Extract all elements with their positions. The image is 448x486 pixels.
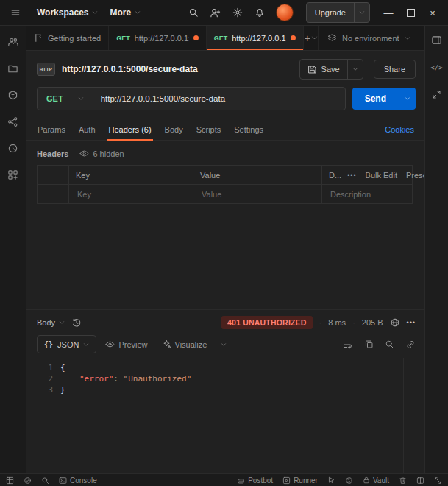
sparkle-icon	[162, 339, 171, 349]
chevron-down-icon	[83, 342, 89, 348]
tab-scripts[interactable]: Scripts	[190, 119, 228, 140]
window-close-button[interactable]: ×	[423, 3, 442, 22]
send-button-group: Send	[352, 88, 416, 110]
trash-icon[interactable]	[399, 476, 407, 485]
globe-icon[interactable]	[390, 317, 400, 328]
upgrade-button[interactable]: Upgrade	[306, 2, 370, 23]
visualize-button[interactable]: Visualize	[157, 337, 213, 351]
robot-icon	[237, 476, 245, 485]
grid-panel-icon[interactable]	[6, 476, 14, 485]
tab-label: Scripts	[196, 125, 221, 134]
people-icon[interactable]	[7, 36, 19, 48]
window-maximize-button[interactable]	[401, 3, 420, 22]
visualize-label: Visualize	[175, 340, 207, 349]
method-selector[interactable]: GET	[38, 88, 93, 110]
save-button-group: Save	[299, 59, 363, 80]
hidden-headers-toggle[interactable]: 6 hidden	[76, 147, 127, 160]
response-more-options-icon[interactable]: •••	[407, 319, 416, 326]
apis-cube-icon[interactable]	[7, 90, 18, 101]
link-icon[interactable]	[405, 339, 416, 350]
tab-request-2-active[interactable]: GET http://127.0.0.1:50	[207, 26, 305, 50]
request-header: HTTP http://127.0.0.1:5000/secure-data S…	[26, 51, 424, 84]
vault-button[interactable]: Vault	[363, 476, 389, 485]
history-clock-icon[interactable]	[7, 143, 18, 154]
more-menu[interactable]: More	[110, 7, 141, 18]
tab-settings[interactable]: Settings	[227, 119, 270, 140]
new-tab-button[interactable]: +	[304, 26, 310, 50]
send-button[interactable]: Send	[352, 88, 399, 110]
url-input[interactable]	[93, 88, 345, 110]
search-icon[interactable]	[385, 339, 394, 349]
workspaces-menu[interactable]: Workspaces	[37, 7, 98, 18]
user-avatar[interactable]	[276, 4, 294, 21]
cookies-icon[interactable]	[345, 476, 353, 485]
share-label: Share	[384, 65, 405, 74]
tab-body[interactable]: Body	[158, 119, 190, 140]
request-tabs: Params Auth Headers(6) Body Scripts Sett…	[26, 119, 424, 141]
tab-label: Settings	[234, 125, 263, 134]
header-value-input[interactable]	[200, 189, 315, 200]
code-snippet-icon[interactable]: </>	[430, 64, 442, 71]
tab-getting-started[interactable]: Getting started	[26, 26, 109, 50]
tab-label: Params	[38, 125, 65, 134]
save-label: Save	[321, 65, 340, 74]
side-panel-icon[interactable]	[431, 35, 442, 46]
split-pane-icon[interactable]	[416, 476, 424, 485]
notifications-bell-icon[interactable]	[250, 3, 269, 22]
tab-list-chevron[interactable]	[311, 26, 318, 50]
share-button[interactable]: Share	[374, 60, 416, 79]
empty-area	[26, 204, 424, 309]
tab-headers[interactable]: Headers(6)	[102, 119, 158, 140]
send-options-chevron[interactable]	[399, 88, 416, 110]
headers-section-header: Headers 6 hidden	[26, 141, 424, 165]
header-description-input[interactable]	[329, 189, 405, 200]
window-minimize-button[interactable]: —	[379, 3, 398, 22]
capture-cursor-icon[interactable]	[327, 476, 335, 485]
extensions-blocks-icon[interactable]	[7, 169, 18, 180]
preview-button[interactable]: Preview	[100, 337, 152, 351]
getting-started-flag-icon	[34, 33, 43, 43]
headers-title: Headers	[37, 149, 68, 158]
save-button[interactable]: Save	[300, 60, 347, 79]
settings-gear-icon[interactable]	[228, 3, 247, 22]
chevron-down-icon	[59, 320, 65, 325]
cookies-link[interactable]: Cookies	[385, 125, 414, 134]
postbot-button[interactable]: Postbot	[237, 476, 273, 485]
runner-button[interactable]: Runner	[282, 476, 318, 485]
tab-auth[interactable]: Auth	[72, 119, 102, 140]
visualize-options-chevron[interactable]	[216, 339, 232, 350]
console-button[interactable]: Console	[59, 476, 97, 485]
response-format-dropdown[interactable]: {} JSON	[37, 335, 96, 353]
expand-arrows-icon[interactable]	[432, 90, 441, 99]
search-icon[interactable]	[184, 3, 203, 22]
find-replace-search-icon[interactable]	[41, 476, 49, 485]
upgrade-options-chevron[interactable]	[354, 3, 369, 22]
flows-network-icon[interactable]	[7, 116, 18, 127]
header-key-input[interactable]	[76, 189, 186, 200]
response-view-selector[interactable]: Body	[37, 318, 65, 327]
more-options-icon[interactable]: •••	[347, 172, 356, 179]
response-body-viewer[interactable]: 1 2 3 { "error": "Unauthorized" }	[26, 358, 424, 473]
line-number: 3	[26, 384, 53, 395]
tab-request-1[interactable]: GET http://127.0.0.1:50	[109, 26, 207, 50]
invite-user-icon[interactable]	[206, 3, 225, 22]
tab-params[interactable]: Params	[31, 119, 72, 140]
menu-icon[interactable]	[6, 3, 25, 22]
row-checkbox-cell[interactable]	[37, 185, 68, 203]
environment-selector[interactable]: No environment	[318, 26, 424, 50]
expand-icon[interactable]	[434, 476, 442, 485]
wrap-text-icon[interactable]	[343, 339, 353, 350]
copy-icon[interactable]	[364, 339, 374, 349]
status-badge[interactable]: 401 UNAUTHORIZED	[221, 316, 313, 329]
tab-url-label: http://127.0.0.1:50	[135, 34, 189, 43]
response-history-icon[interactable]	[71, 317, 82, 328]
collections-folder-icon[interactable]	[7, 63, 18, 74]
response-time[interactable]: 8 ms	[319, 318, 346, 327]
bulk-edit-button[interactable]: Bulk Edit	[366, 171, 397, 180]
chevron-down-icon	[135, 10, 141, 15]
response-size[interactable]: 205 B	[352, 318, 383, 327]
tab-method-label: GET	[214, 35, 228, 42]
json-value: "Unauthorized"	[124, 374, 192, 384]
save-options-chevron[interactable]	[347, 60, 363, 79]
check-circle-icon[interactable]	[24, 476, 32, 485]
